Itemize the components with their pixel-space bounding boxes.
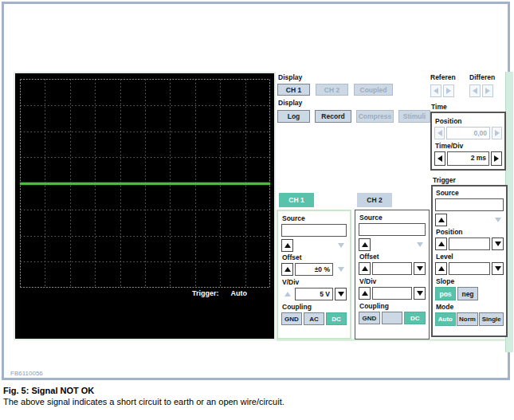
trigger-level-up-button[interactable] [435, 262, 447, 275]
ch2-coupling-ac-button[interactable] [382, 312, 403, 324]
right-arrow-icon [494, 155, 499, 162]
up-arrow-icon [284, 267, 291, 272]
left-arrow-icon [434, 88, 438, 94]
mode-auto-button[interactable]: Auto [435, 312, 456, 326]
time-position-increment-button[interactable] [492, 127, 502, 139]
trigger-position-down-button[interactable] [492, 237, 504, 250]
oscilloscope-app: Trigger: Auto Display CH 1 CH 2 Coupled … [0, 0, 514, 420]
ch2-display-button[interactable]: CH 2 [316, 84, 348, 96]
differen-next-button[interactable] [482, 84, 493, 97]
ch1-offset-label: Offset [282, 253, 347, 261]
trigger-level-field[interactable] [449, 262, 490, 275]
compress-button[interactable]: Compress [356, 110, 394, 123]
trigger-status-value: Auto [231, 289, 248, 297]
up-arrow-icon [362, 291, 368, 296]
timediv-field[interactable]: 2 ms [447, 151, 489, 166]
tab-ch2[interactable]: CH 2 [357, 193, 392, 207]
ch2-source-field[interactable] [359, 223, 426, 236]
ch1-coupling-label: Coupling [282, 303, 347, 311]
trigger-position-up-button[interactable] [435, 237, 447, 250]
ch2-coupling-dc-button[interactable]: DC [404, 312, 426, 324]
ch1-vdiv-field[interactable]: 5 V [295, 288, 333, 300]
ch2-source-up-button[interactable] [359, 238, 371, 251]
timediv-label: Time/Div [435, 142, 502, 150]
ch1-coupling-dc-button[interactable]: DC [326, 312, 347, 325]
left-arrow-icon [437, 130, 442, 136]
down-arrow-icon [338, 243, 344, 248]
ch2-source-down-button[interactable] [414, 238, 426, 251]
left-arrow-icon [437, 155, 442, 162]
figure-description: The above signal indicates a short circu… [3, 397, 505, 406]
ch1-coupling-gnd-button[interactable]: GND [281, 312, 302, 325]
down-arrow-icon [338, 292, 344, 296]
down-arrow-icon [495, 266, 501, 271]
ch1-source-up-button[interactable] [281, 239, 293, 252]
ch1-vdiv-down-button[interactable] [335, 288, 347, 300]
coupled-display-button[interactable]: Coupled [354, 84, 393, 96]
ch1-offset-field[interactable]: ±0 % [295, 263, 333, 276]
ch2-coupling-gnd-button[interactable]: GND [359, 312, 380, 324]
trigger-level-down-button[interactable] [492, 262, 504, 275]
ch1-offset-up-button[interactable] [281, 263, 293, 276]
differen-prev-button[interactable] [469, 84, 481, 97]
ch1-source-down-button[interactable] [335, 239, 347, 252]
ch1-offset-down-button[interactable] [335, 263, 347, 276]
down-arrow-icon [495, 241, 501, 246]
ch2-vdiv-up-button[interactable] [359, 287, 371, 300]
ch2-vdiv-label: V/Div [359, 277, 426, 285]
mode-norm-button[interactable]: Norm [457, 312, 479, 326]
mode-single-button[interactable]: Single [479, 312, 504, 326]
right-arrow-icon [495, 130, 500, 136]
scope-screen: Trigger: Auto [14, 72, 276, 340]
up-arrow-icon [438, 266, 445, 271]
trigger-position-field[interactable] [449, 237, 490, 250]
slope-pos-button[interactable]: pos [435, 287, 456, 300]
right-arrow-icon [446, 88, 451, 94]
time-position-field[interactable]: 0,00 [446, 127, 490, 139]
time-position-decrement-button[interactable] [434, 127, 445, 139]
up-arrow-icon [438, 241, 445, 246]
ch2-vdiv-down-button[interactable] [414, 287, 426, 300]
ch1-panel: Source Offset ±0 % V/Div 5 V Coupling GN… [277, 210, 351, 340]
tab-ch1[interactable]: CH 1 [279, 193, 314, 207]
ch1-source-field[interactable] [281, 224, 347, 237]
ch1-vdiv-up-button[interactable] [281, 288, 293, 300]
trigger-position-label: Position [436, 228, 504, 236]
time-label: Time [431, 103, 447, 111]
referen-next-button[interactable] [443, 84, 454, 97]
trigger-source-field[interactable] [435, 198, 504, 211]
trigger-source-label: Source [436, 189, 504, 197]
up-arrow-icon [362, 242, 368, 247]
down-arrow-icon [417, 242, 423, 247]
trigger-level-label: Level [436, 253, 504, 261]
ch2-offset-label: Offset [359, 253, 426, 261]
ch1-display-button[interactable]: CH 1 [277, 84, 310, 96]
trigger-status-label: Trigger: [192, 289, 219, 297]
down-arrow-icon [417, 266, 423, 271]
ch2-panel: Source Offset V/Div Coupling GND [355, 210, 430, 340]
timediv-decrement-button[interactable] [434, 151, 445, 166]
record-button[interactable]: Record [315, 110, 351, 123]
log-button[interactable]: Log [277, 110, 310, 123]
ch2-offset-field[interactable] [372, 262, 412, 275]
referen-label: Referen [430, 73, 456, 81]
ch2-offset-down-button[interactable] [414, 262, 426, 275]
ch2-offset-up-button[interactable] [359, 262, 371, 275]
ch1-source-label: Source [282, 214, 347, 222]
up-arrow-icon [284, 292, 291, 296]
slope-neg-button[interactable]: neg [457, 287, 478, 300]
down-arrow-icon [417, 291, 423, 296]
referen-prev-button[interactable] [430, 84, 441, 97]
trigger-source-up-button[interactable] [435, 214, 447, 226]
figure-caption: Fig. 5: Signal NOT OK The above signal i… [3, 386, 505, 406]
stimuli-button[interactable]: Stimuli [398, 110, 430, 123]
timediv-increment-button[interactable] [491, 151, 502, 166]
trigger-source-down-button[interactable] [492, 214, 504, 226]
ch1-coupling-ac-button[interactable]: AC [304, 312, 324, 325]
trigger-mode-label: Mode [436, 303, 504, 311]
differen-label: Differen [469, 73, 495, 81]
ch2-vdiv-field[interactable] [372, 287, 412, 300]
up-arrow-icon [362, 266, 368, 271]
trigger-label: Trigger [433, 176, 456, 184]
image-code: FB6110056 [10, 370, 43, 377]
